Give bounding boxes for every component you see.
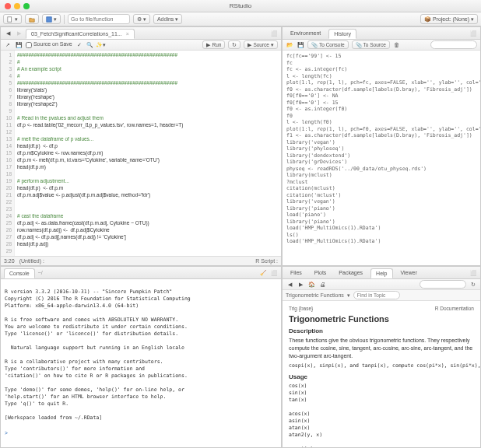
find-icon[interactable]: 🔍	[86, 41, 94, 49]
print-icon[interactable]: 🖨	[318, 281, 326, 289]
help-desc2: cospi(x), sinpi(x), and tanpi(x), comput…	[289, 362, 474, 369]
main-toolbar: ▾ ▾ ⚙ ▾ Addins ▾ 📦 Project: (None) ▾	[0, 12, 481, 26]
source-subtoolbar: ↗ 💾 Source on Save ✓ 🔍 ✨▾ ▶ Run ↻ ▶ Sour…	[1, 40, 281, 51]
history-toolbar: 📂 💾 📎 To Console 📎 To Source 🗑	[283, 40, 480, 51]
svg-rect-0	[8, 16, 12, 21]
help-rdoc: R Documentation	[435, 306, 474, 311]
help-tabs: Files Plots Packages Help Viewer ⬜	[283, 267, 480, 279]
history-list[interactable]: fc[fc=='99'] <- 15 fc fc <- as.integer(f…	[283, 51, 480, 265]
close-window-button[interactable]	[5, 3, 11, 9]
save-button[interactable]: ▾	[42, 14, 61, 24]
minimize-window-button[interactable]	[14, 3, 20, 9]
breadcrumb-text[interactable]: Trigonometric Functions	[286, 292, 344, 298]
to-console-button[interactable]: 📎 To Console	[307, 40, 349, 49]
source-on-save-check[interactable]: Source on Save	[26, 41, 72, 47]
scope-label[interactable]: (Untitled) :	[19, 258, 44, 264]
svg-rect-1	[47, 16, 51, 21]
source-tabs: ◀ ▶ 03_FetchSignificantCorrelations_11..…	[1, 27, 281, 40]
save-icon[interactable]: 💾	[15, 41, 23, 49]
to-source-button[interactable]: 📎 To Source	[352, 40, 390, 49]
collapse-console-icon[interactable]: ⬜	[270, 269, 278, 277]
new-file-button[interactable]: ▾	[3, 14, 22, 24]
collapse-help-icon[interactable]: ⬜	[469, 269, 477, 277]
console-path: ~/	[38, 270, 43, 275]
tab-files[interactable]: Files	[286, 268, 307, 277]
addins-button[interactable]: Addins ▾	[153, 14, 182, 24]
help-breadcrumb: Trigonometric Functions ▾	[283, 290, 480, 301]
clear-console-icon[interactable]: 🧹	[259, 269, 267, 277]
help-forward-icon[interactable]: ▶	[297, 281, 304, 289]
back-icon[interactable]: ◀	[4, 30, 12, 37]
help-content[interactable]: Trig {base} R Documentation Trigonometri…	[283, 301, 480, 447]
load-history-icon[interactable]: 📂	[286, 41, 293, 49]
environment-pane: Environment History ⬜ 📂 💾 📎 To Console 📎…	[282, 26, 481, 266]
close-tab-icon[interactable]: ×	[126, 31, 129, 37]
tab-history[interactable]: History	[328, 29, 356, 39]
zoom-window-button[interactable]	[23, 3, 30, 9]
spellcheck-icon[interactable]: ✓	[75, 41, 83, 49]
tab-console[interactable]: Console	[4, 268, 35, 278]
env-tabs: Environment History ⬜	[283, 27, 480, 40]
window-titlebar: RStudio	[0, 0, 481, 12]
tab-environment[interactable]: Environment	[286, 29, 325, 37]
console-tabs: Console ~/ 🧹 ⬜	[1, 267, 281, 279]
tools-button[interactable]: ⚙ ▾	[133, 14, 150, 24]
collapse-icon[interactable]: ⬜	[469, 30, 477, 37]
help-h-desc: Description	[289, 327, 474, 334]
wand-icon[interactable]: ✨▾	[97, 41, 105, 49]
source-editor[interactable]: 1234567891011121314151617181920212223242…	[1, 51, 281, 256]
project-menu[interactable]: 📦 Project: (None) ▾	[420, 14, 478, 24]
save-history-icon[interactable]: 💾	[297, 41, 304, 49]
maximize-icon[interactable]: ⬜	[270, 30, 278, 37]
popout-icon[interactable]: ↗	[4, 41, 12, 49]
file-type-label[interactable]: R Script :	[255, 258, 278, 264]
find-in-topic[interactable]	[353, 291, 400, 299]
tab-help[interactable]: Help	[370, 268, 392, 278]
source-pane: ◀ ▶ 03_FetchSignificantCorrelations_11..…	[0, 26, 282, 266]
help-home-icon[interactable]: 🏠	[307, 281, 315, 289]
clear-history-icon[interactable]: 🗑	[393, 41, 401, 49]
help-pane: Files Plots Packages Help Viewer ⬜ ◀ ▶ 🏠…	[282, 266, 481, 448]
help-toolbar: ◀ ▶ 🏠 🖨 ↻	[283, 279, 480, 290]
console-output[interactable]: R version 3.3.2 (2016-10-31) -- "Sincere…	[1, 279, 281, 447]
rerun-button[interactable]: ↻	[228, 40, 240, 49]
help-pkg: Trig {base}	[289, 306, 313, 311]
help-search[interactable]	[420, 280, 466, 289]
refresh-icon[interactable]: ↻	[469, 281, 477, 289]
open-file-button[interactable]	[25, 14, 39, 24]
traffic-lights	[5, 3, 30, 9]
help-h-usage: Usage	[289, 373, 474, 380]
help-title: Trigonometric Functions	[289, 314, 474, 324]
goto-input[interactable]	[68, 14, 130, 24]
console-pane: Console ~/ 🧹 ⬜ R version 3.3.2 (2016-10-…	[0, 266, 282, 448]
run-button[interactable]: ▶ Run	[202, 40, 225, 49]
source-tab[interactable]: 03_FetchSignificantCorrelations_11... ×	[26, 29, 135, 39]
tab-plots[interactable]: Plots	[310, 268, 332, 277]
help-desc: These functions give the obvious trigono…	[289, 337, 474, 360]
source-statusbar: 3:20 (Untitled) : R Script :	[1, 256, 281, 265]
source-button[interactable]: ▶ Source ▾	[244, 40, 278, 49]
tab-packages[interactable]: Packages	[334, 268, 367, 277]
tab-viewer[interactable]: Viewer	[396, 268, 422, 277]
forward-icon[interactable]: ▶	[15, 30, 23, 37]
history-search[interactable]	[430, 40, 477, 49]
help-usage: cos(x) sin(x) tan(x) acos(x) asin(x) ata…	[289, 383, 474, 447]
cursor-pos: 3:20	[4, 258, 15, 264]
help-back-icon[interactable]: ◀	[286, 281, 293, 289]
window-title: RStudio	[230, 2, 251, 9]
